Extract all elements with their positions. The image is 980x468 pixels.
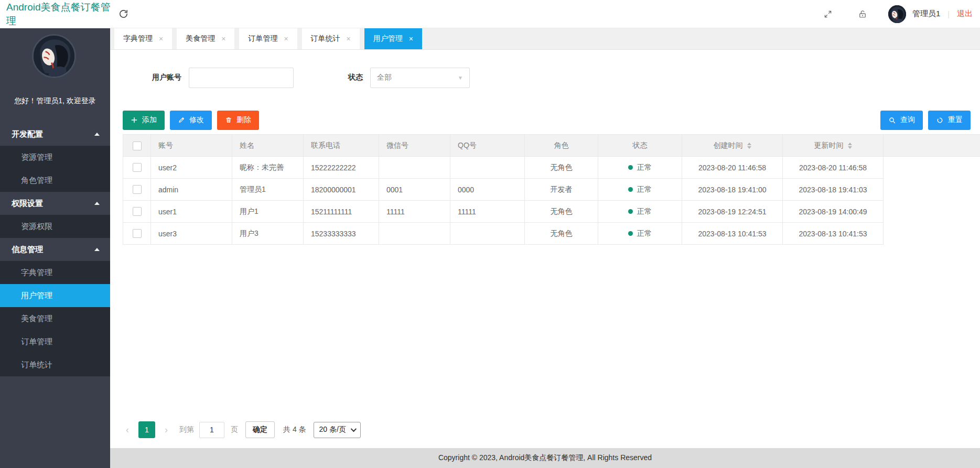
row-checkbox[interactable] [133,163,142,172]
account-input[interactable] [189,68,294,88]
close-icon[interactable]: × [221,35,225,43]
sidebar-group-label: 信息管理 [12,245,43,255]
tab-label: 字典管理 [123,34,153,43]
cell-account: user1 [151,201,232,223]
pagination: ‹ 1 › 到第 页 确定 共 4 条 20 条/页 [123,421,361,439]
tab-label: 用户管理 [373,34,403,43]
refresh-icon[interactable] [119,9,128,19]
app-window: Android美食点餐订餐管理 [0,0,980,468]
collapse-icon [94,133,100,136]
delete-button[interactable]: 删除 [217,111,259,130]
cell-updated: 2023-08-13 10:41:53 [783,223,884,245]
sidebar-submenu: 资源权限 [0,215,110,238]
sidebar-item-order-stats[interactable]: 订单统计 [0,353,110,376]
cell-status: 正常 [598,201,682,223]
row-checkbox[interactable] [133,185,142,194]
reset-button[interactable]: 重置 [928,111,971,130]
sidebar-item-role-mgmt[interactable]: 角色管理 [0,169,110,192]
current-page-button[interactable]: 1 [138,421,155,438]
cell-phone: 15222222222 [304,157,379,179]
sidebar-item-resource-mgmt[interactable]: 资源管理 [0,146,110,169]
column-header-role: 角色 [525,135,598,157]
close-icon[interactable]: × [159,35,163,43]
search-form: 用户账号 状态 全部 ▼ [110,67,980,88]
query-button-label: 查询 [900,115,915,125]
cell-select [123,201,151,223]
column-header-phone: 联系电话 [304,135,379,157]
tab-order-mgmt[interactable]: 订单管理 × [239,28,297,49]
column-label: 微信号 [386,141,408,149]
page-number-input[interactable] [199,422,224,438]
table-header-row: 账号姓名联系电话微信号QQ号角色状态创建时间更新时间 [123,135,980,157]
column-label: 更新时间 [814,141,844,149]
sidebar-item-order-mgmt[interactable]: 订单管理 [0,330,110,353]
sidebar-item-food-mgmt[interactable]: 美食管理 [0,307,110,330]
cell-created: 2023-08-20 11:46:58 [682,157,783,179]
tab-dict-mgmt[interactable]: 字典管理 × [114,28,172,49]
reset-icon [936,116,944,124]
column-header-account: 账号 [151,135,232,157]
column-label: 状态 [633,141,648,149]
cell-wechat [379,157,450,179]
cell-role: 无角色 [525,223,598,245]
sidebar-group-permission-settings[interactable]: 权限设置 [0,192,110,215]
cell-created: 2023-08-13 10:41:53 [682,223,783,245]
tab-order-stats[interactable]: 订单统计 × [302,28,360,49]
column-header-select [123,135,151,157]
add-button-label: 添加 [142,115,157,125]
sort-icon[interactable] [848,143,852,149]
pencil-icon [178,116,185,124]
add-button[interactable]: 添加 [123,111,165,130]
cell-updated: 2023-08-18 19:41:03 [783,179,884,201]
page-size-select[interactable]: 20 条/页 [314,422,361,438]
sidebar-item-user-mgmt[interactable]: 用户管理 [0,284,110,307]
edit-button[interactable]: 修改 [170,111,212,130]
row-checkbox[interactable] [133,229,142,238]
tab-food-mgmt[interactable]: 美食管理 × [177,28,234,49]
close-icon[interactable]: × [347,35,351,43]
status-select[interactable]: 全部 ▼ [370,68,470,88]
sidebar-group-dev-config[interactable]: 开发配置 [0,123,110,146]
logout-link[interactable]: 退出 [957,9,973,19]
column-label: 角色 [554,141,569,149]
sidebar-group-info-mgmt[interactable]: 信息管理 [0,238,110,261]
lock-icon[interactable] [858,9,867,19]
cell-qq [450,223,525,245]
status-text: 正常 [637,207,652,215]
column-header-name: 姓名 [232,135,304,157]
query-button[interactable]: 查询 [880,111,923,130]
delete-button-label: 删除 [236,115,251,125]
column-label: 姓名 [240,141,254,149]
select-all-checkbox[interactable] [133,142,142,150]
sidebar-item-resource-perms[interactable]: 资源权限 [0,215,110,238]
tab-bar: 字典管理 × 美食管理 × 订单管理 × 订单统计 × 用户管理 × [110,28,980,50]
cell-filler [884,179,980,201]
column-header-wechat: 微信号 [379,135,450,157]
sort-icon[interactable] [747,143,751,149]
status-label: 状态 [348,73,363,82]
close-icon[interactable]: × [284,35,288,43]
table-body: user2昵称：未完善15222222222无角色正常2023-08-20 11… [123,157,980,245]
close-icon[interactable]: × [409,35,413,43]
confirm-page-button[interactable]: 确定 [245,421,275,438]
column-header-updated[interactable]: 更新时间 [783,135,884,157]
status-text: 正常 [637,229,652,237]
row-checkbox[interactable] [133,207,142,216]
footer: Copyright © 2023, Android美食点餐订餐管理, All R… [110,448,980,468]
total-count-label: 共 4 条 [283,425,306,434]
username: 管理员1 [912,9,940,19]
column-header-qq: QQ号 [450,135,525,157]
user-avatar[interactable] [888,5,906,23]
column-header-filler [884,135,980,157]
top-header: Android美食点餐订餐管理 [0,0,980,28]
tab-user-mgmt[interactable]: 用户管理 × [364,28,422,49]
chevron-right-icon[interactable]: › [161,425,171,436]
sidebar-item-dict-mgmt[interactable]: 字典管理 [0,261,110,284]
fullscreen-icon[interactable] [823,9,833,19]
cell-status: 正常 [598,157,682,179]
column-header-created[interactable]: 创建时间 [682,135,783,157]
tab-label: 订单统计 [311,34,340,43]
cell-wechat [379,223,450,245]
chevron-left-icon[interactable]: ‹ [123,425,132,436]
cell-status: 正常 [598,223,682,245]
